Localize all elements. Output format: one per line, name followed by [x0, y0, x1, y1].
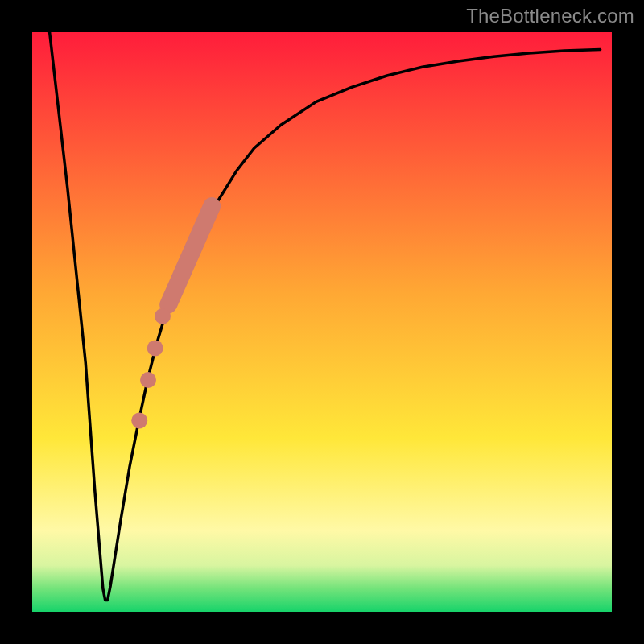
highlight-dot-1 [147, 340, 163, 356]
chart-container: TheBottleneck.com [0, 0, 644, 644]
attribution-label: TheBottleneck.com [466, 5, 634, 27]
highlight-dot-2 [140, 372, 156, 388]
highlight-dot-0 [155, 308, 171, 324]
highlight-dot-3 [131, 412, 147, 428]
chart-svg [0, 0, 644, 644]
chart-svg-holder [0, 0, 644, 644]
